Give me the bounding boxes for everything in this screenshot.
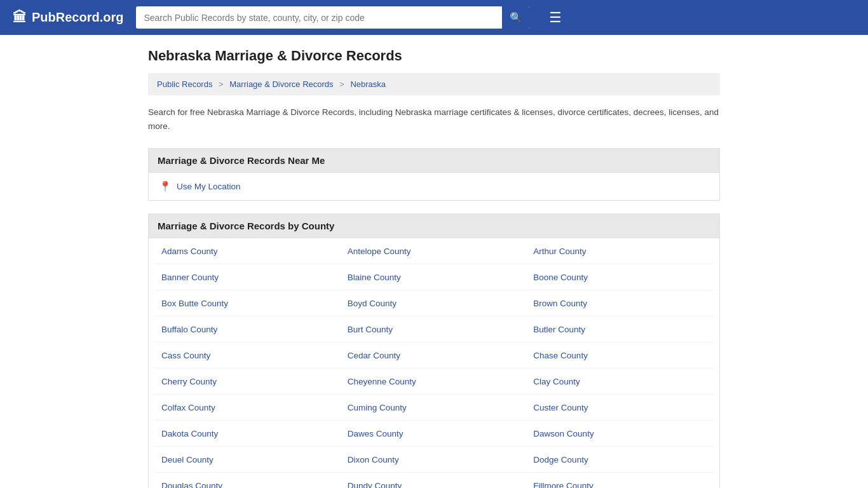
county-link[interactable]: Dodge County	[533, 455, 588, 464]
breadcrumb-separator-2: >	[339, 79, 344, 89]
list-item: Custer County	[527, 395, 713, 421]
county-link[interactable]: Buffalo County	[161, 325, 217, 334]
search-button[interactable]: 🔍	[502, 6, 530, 29]
list-item: Colfax County	[155, 395, 341, 421]
county-link[interactable]: Deuel County	[161, 455, 214, 464]
county-link[interactable]: Dawes County	[348, 429, 403, 438]
list-item: Cuming County	[341, 395, 527, 421]
list-item: Butler County	[527, 316, 713, 342]
list-item: Banner County	[155, 264, 341, 290]
use-my-location-link[interactable]: Use My Location	[177, 182, 241, 191]
county-link[interactable]: Custer County	[533, 403, 588, 412]
county-link[interactable]: Cass County	[161, 351, 210, 360]
county-link[interactable]: Cherry County	[161, 377, 217, 386]
list-item: Cherry County	[155, 369, 341, 395]
list-item: Antelope County	[341, 238, 527, 264]
county-link[interactable]: Brown County	[533, 299, 587, 308]
location-row: 📍 Use My Location	[149, 173, 719, 200]
breadcrumb: Public Records > Marriage & Divorce Reco…	[148, 73, 720, 95]
county-link[interactable]: Box Butte County	[161, 299, 228, 308]
county-section-header: Marriage & Divorce Records by County	[149, 214, 719, 238]
county-link[interactable]: Butler County	[533, 325, 585, 334]
list-item: Dawes County	[341, 421, 527, 447]
county-link[interactable]: Antelope County	[348, 247, 411, 256]
main-content: Nebraska Marriage & Divorce Records Publ…	[135, 35, 733, 488]
county-link[interactable]: Boone County	[533, 273, 588, 282]
search-input[interactable]	[136, 8, 502, 28]
county-link[interactable]: Banner County	[161, 273, 219, 282]
county-link[interactable]: Boyd County	[348, 299, 397, 308]
list-item: Cedar County	[341, 342, 527, 369]
logo-text: PubRecord.org	[32, 10, 123, 25]
list-item: Brown County	[527, 290, 713, 316]
county-link[interactable]: Adams County	[161, 247, 218, 256]
county-link[interactable]: Dixon County	[348, 455, 399, 464]
county-link[interactable]: Blaine County	[348, 273, 401, 282]
list-item: Cheyenne County	[341, 369, 527, 395]
county-link[interactable]: Cedar County	[348, 351, 400, 360]
list-item: Box Butte County	[155, 290, 341, 316]
search-bar: 🔍	[136, 6, 530, 29]
list-item: Arthur County	[527, 238, 713, 264]
list-item: Fillmore County	[527, 473, 713, 488]
list-item: Boone County	[527, 264, 713, 290]
list-item: Dawson County	[527, 421, 713, 447]
county-section: Marriage & Divorce Records by County Ada…	[148, 214, 720, 488]
county-link[interactable]: Dawson County	[533, 429, 593, 438]
county-link[interactable]: Clay County	[533, 377, 580, 386]
county-link[interactable]: Dakota County	[161, 429, 218, 438]
list-item: Dodge County	[527, 447, 713, 473]
list-item: Burt County	[341, 316, 527, 342]
location-pin-icon: 📍	[159, 180, 172, 193]
search-icon: 🔍	[510, 12, 522, 23]
county-link[interactable]: Cheyenne County	[348, 377, 416, 386]
list-item: Dundy County	[341, 473, 527, 488]
near-me-section-header: Marriage & Divorce Records Near Me	[149, 149, 719, 173]
county-link[interactable]: Chase County	[533, 351, 588, 360]
hamburger-menu-icon[interactable]: ☰	[549, 10, 562, 26]
breadcrumb-link-public-records[interactable]: Public Records	[157, 79, 212, 89]
list-item: Cass County	[155, 342, 341, 369]
county-link[interactable]: Dundy County	[348, 481, 402, 488]
logo-icon: 🏛	[13, 10, 27, 26]
site-logo[interactable]: 🏛 PubRecord.org	[13, 10, 123, 26]
list-item: Dakota County	[155, 421, 341, 447]
list-item: Dixon County	[341, 447, 527, 473]
list-item: Douglas County	[155, 473, 341, 488]
breadcrumb-link-marriage-divorce[interactable]: Marriage & Divorce Records	[229, 79, 333, 89]
county-link[interactable]: Fillmore County	[533, 481, 593, 488]
county-link[interactable]: Arthur County	[533, 247, 586, 256]
county-link[interactable]: Cuming County	[348, 403, 407, 412]
page-description: Search for free Nebraska Marriage & Divo…	[148, 105, 720, 133]
breadcrumb-separator-1: >	[219, 79, 224, 89]
near-me-section: Marriage & Divorce Records Near Me 📍 Use…	[148, 148, 720, 201]
list-item: Boyd County	[341, 290, 527, 316]
page-title: Nebraska Marriage & Divorce Records	[148, 48, 720, 64]
county-link[interactable]: Douglas County	[161, 481, 222, 488]
list-item: Deuel County	[155, 447, 341, 473]
list-item: Chase County	[527, 342, 713, 369]
county-link[interactable]: Burt County	[348, 325, 393, 334]
list-item: Clay County	[527, 369, 713, 395]
breadcrumb-link-nebraska[interactable]: Nebraska	[350, 79, 386, 89]
list-item: Buffalo County	[155, 316, 341, 342]
list-item: Adams County	[155, 238, 341, 264]
county-grid: Adams CountyAntelope CountyArthur County…	[149, 238, 719, 488]
site-header: 🏛 PubRecord.org 🔍 ☰	[0, 0, 868, 35]
list-item: Blaine County	[341, 264, 527, 290]
county-link[interactable]: Colfax County	[161, 403, 215, 412]
